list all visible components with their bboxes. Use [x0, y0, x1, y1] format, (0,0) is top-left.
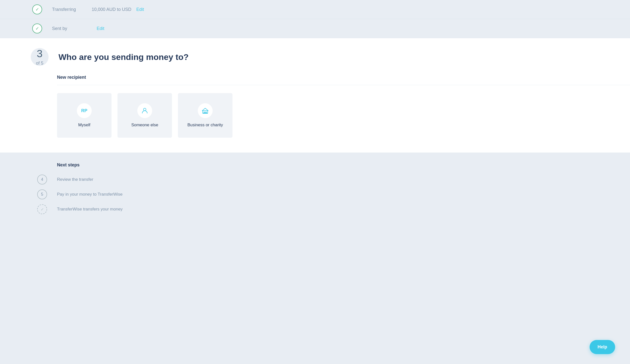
next-step-circle-4: 4: [37, 175, 47, 184]
recipient-card-myself[interactable]: RP Myself: [57, 93, 112, 138]
step-circle-2: ✓: [32, 23, 42, 33]
next-steps-section: Next steps 4 Review the transfer 5 Pay i…: [0, 153, 630, 364]
new-recipient-label: New recipient: [57, 75, 630, 80]
step-row-sentby: ✓ Sent by Edit: [0, 19, 630, 38]
person-icon: [141, 107, 148, 114]
business-icon-circle: [198, 103, 213, 118]
checkmark-icon-1: ✓: [36, 7, 39, 12]
next-step-row-5: 5 Pay in your money to TransferWise: [57, 189, 630, 199]
main-section: 3 of 5 Who are you sending money to? New…: [0, 38, 630, 153]
step-circle-1: ✓: [32, 4, 42, 14]
svg-rect-4: [206, 112, 207, 113]
next-step-circle-5: 5: [37, 189, 47, 199]
badge-inner: 3 of 5: [36, 48, 43, 65]
step-of: of 5: [36, 61, 43, 65]
step-header: 3 of 5 Who are you sending money to?: [57, 48, 630, 66]
svg-marker-2: [202, 108, 208, 111]
building-icon: [202, 107, 209, 114]
step-number: 3: [37, 48, 42, 59]
page-wrapper: ✓ Transferring 10,000 AUD to USD Edit ✓ …: [0, 0, 630, 364]
someone-else-label: Someone else: [131, 123, 158, 127]
myself-label: Myself: [78, 123, 90, 127]
checkmark-icon-2: ✓: [36, 26, 39, 31]
someone-else-icon-circle: [137, 103, 152, 118]
next-step-circle-final: ✓: [37, 204, 47, 214]
svg-rect-3: [204, 112, 204, 113]
next-step-label-5: Pay in your money to TransferWise: [57, 192, 123, 197]
next-step-label-4: Review the transfer: [57, 177, 93, 182]
checkmark-icon-final: ✓: [41, 207, 44, 212]
next-step-num-5: 5: [41, 192, 43, 197]
step-row-transferring: ✓ Transferring 10,000 AUD to USD Edit: [0, 0, 630, 19]
recipient-card-someone-else[interactable]: Someone else: [118, 93, 172, 138]
business-label: Business or charity: [187, 123, 223, 127]
svg-point-0: [144, 108, 146, 111]
next-step-label-final: TransferWise transfers your money: [57, 207, 123, 212]
myself-initials: RP: [81, 108, 87, 113]
next-step-num-4: 4: [41, 177, 43, 182]
next-steps-title: Next steps: [57, 162, 630, 168]
svg-rect-5: [205, 112, 206, 113]
recipient-card-business[interactable]: Business or charity: [178, 93, 232, 138]
step-label-transferring: Transferring: [52, 7, 92, 12]
step-title: Who are you sending money to?: [58, 52, 188, 62]
step-badge: 3 of 5: [31, 48, 48, 66]
recipient-cards: RP Myself Someone else: [57, 93, 630, 138]
next-step-row-4: 4 Review the transfer: [57, 175, 630, 184]
main-inner: 3 of 5 Who are you sending money to? New…: [0, 48, 630, 138]
section-divider: [57, 85, 630, 85]
step-label-sentby: Sent by: [52, 26, 92, 31]
edit-link-transferring[interactable]: Edit: [136, 7, 144, 12]
completed-steps: ✓ Transferring 10,000 AUD to USD Edit ✓ …: [0, 0, 630, 38]
step-value-transferring: 10,000 AUD to USD: [92, 7, 131, 12]
edit-link-sentby[interactable]: Edit: [97, 26, 104, 31]
myself-icon-circle: RP: [77, 103, 92, 118]
next-step-row-final: ✓ TransferWise transfers your money: [57, 204, 630, 214]
help-button[interactable]: Help: [590, 340, 615, 354]
